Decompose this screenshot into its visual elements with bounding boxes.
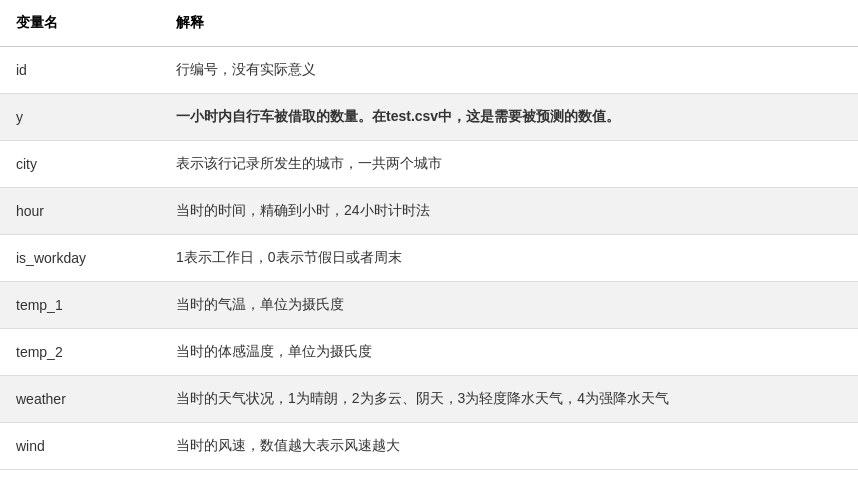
table-row: wind当时的风速，数值越大表示风速越大 — [0, 423, 858, 470]
variable-table: 变量名 解释 id行编号，没有实际意义y一小时内自行车被借取的数量。在test.… — [0, 0, 858, 470]
header-desc: 解释 — [160, 0, 858, 46]
variable-desc: 当时的体感温度，单位为摄氏度 — [160, 329, 858, 375]
variable-desc: 当时的风速，数值越大表示风速越大 — [160, 423, 858, 469]
table-row: id行编号，没有实际意义 — [0, 47, 858, 94]
table-row: hour当时的时间，精确到小时，24小时计时法 — [0, 188, 858, 235]
variable-name: is_workday — [0, 235, 160, 281]
variable-name: id — [0, 47, 160, 93]
table-row: y一小时内自行车被借取的数量。在test.csv中，这是需要被预测的数值。 — [0, 94, 858, 141]
variable-desc: 行编号，没有实际意义 — [160, 47, 858, 93]
variable-name: temp_1 — [0, 282, 160, 328]
table-row: city表示该行记录所发生的城市，一共两个城市 — [0, 141, 858, 188]
variable-name: city — [0, 141, 160, 187]
table-row: weather当时的天气状况，1为晴朗，2为多云、阴天，3为轻度降水天气，4为强… — [0, 376, 858, 423]
variable-desc: 表示该行记录所发生的城市，一共两个城市 — [160, 141, 858, 187]
variable-desc: 1表示工作日，0表示节假日或者周末 — [160, 235, 858, 281]
variable-desc: 一小时内自行车被借取的数量。在test.csv中，这是需要被预测的数值。 — [160, 94, 858, 140]
header-name: 变量名 — [0, 0, 160, 46]
table-row: temp_1当时的气温，单位为摄氏度 — [0, 282, 858, 329]
variable-name: temp_2 — [0, 329, 160, 375]
variable-desc: 当时的天气状况，1为晴朗，2为多云、阴天，3为轻度降水天气，4为强降水天气 — [160, 376, 858, 422]
variable-name: weather — [0, 376, 160, 422]
variable-name: y — [0, 94, 160, 140]
variable-name: hour — [0, 188, 160, 234]
variable-desc: 当时的时间，精确到小时，24小时计时法 — [160, 188, 858, 234]
variable-desc: 当时的气温，单位为摄氏度 — [160, 282, 858, 328]
table-row: is_workday1表示工作日，0表示节假日或者周末 — [0, 235, 858, 282]
table-row: temp_2当时的体感温度，单位为摄氏度 — [0, 329, 858, 376]
variable-name: wind — [0, 423, 160, 469]
table-header: 变量名 解释 — [0, 0, 858, 47]
